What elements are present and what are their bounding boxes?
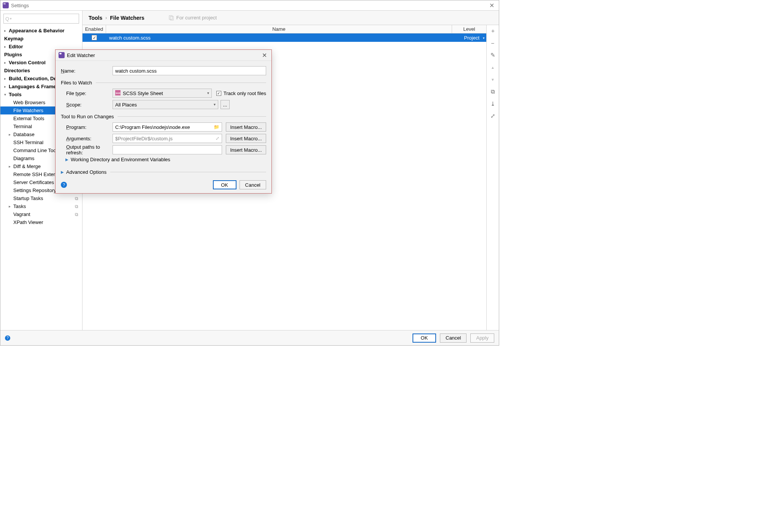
filetype-label: File type: <box>61 91 113 96</box>
edit-button[interactable]: ✎ <box>489 51 497 59</box>
sidebar-item-label: XPath Viewer <box>13 219 43 225</box>
ok-button[interactable]: OK <box>413 333 436 343</box>
svg-text:PS: PS <box>4 3 6 5</box>
sidebar-item-label: Diff & Merge <box>13 164 41 169</box>
breadcrumb: Tools › File Watchers For current projec… <box>83 11 499 25</box>
window-close-icon[interactable]: ✕ <box>487 2 497 9</box>
insert-macro-program-button[interactable]: Insert Macro... <box>226 122 266 132</box>
chevron-right-icon: ▶ <box>65 157 68 162</box>
dialog-titlebar: Edit Watcher ✕ <box>56 50 271 61</box>
insert-macro-output-button[interactable]: Insert Macro... <box>226 145 266 154</box>
search-icon: Q <box>5 16 9 22</box>
search-dropdown-icon: ▾ <box>10 17 12 21</box>
sidebar-item-label: Web Browsers <box>13 100 45 105</box>
sidebar-item[interactable]: ▸Tasks⧉ <box>0 202 82 210</box>
edit-watcher-dialog: Edit Watcher ✕ Name: watch custom.scss F… <box>55 49 272 194</box>
sass-file-icon: SASS <box>115 90 121 97</box>
col-name[interactable]: Name <box>106 25 452 33</box>
expand-workdir-env[interactable]: ▶ Working Directory and Environment Vari… <box>65 157 266 162</box>
sidebar-item[interactable]: ▸Appearance & Behavior <box>0 27 82 35</box>
sidebar-item-label: Database <box>13 132 35 137</box>
program-input[interactable]: C:\Program Files\nodejs\node.exe 📁 <box>113 122 222 132</box>
sidebar-item-label: Tasks <box>13 203 26 209</box>
chevron-right-icon: ▸ <box>9 164 13 168</box>
sidebar-item[interactable]: XPath Viewer <box>0 218 82 226</box>
svg-rect-5 <box>59 52 65 58</box>
phpstorm-icon <box>59 52 65 58</box>
chevron-right-icon: ▸ <box>4 76 9 81</box>
svg-text:SASS: SASS <box>116 92 121 94</box>
chevron-right-icon: ▸ <box>4 84 9 89</box>
apply-button: Apply <box>470 333 494 343</box>
project-scope-icon: ⧉ <box>75 204 78 209</box>
sidebar-item-label: Terminal <box>13 124 32 129</box>
up-button[interactable]: ▲ <box>489 63 497 71</box>
output-paths-label: Output paths to refresh: <box>61 144 113 156</box>
add-button[interactable]: ＋ <box>489 27 497 35</box>
sidebar-item[interactable]: Vagrant⧉ <box>0 210 82 218</box>
col-enabled[interactable]: Enabled <box>83 25 106 33</box>
folder-open-icon[interactable]: 📁 <box>214 124 219 130</box>
sidebar-item-label: Server Certificates <box>13 179 54 185</box>
scope-hint: For current project <box>169 15 217 21</box>
export-button[interactable]: ⤢ <box>489 112 497 120</box>
insert-macro-arguments-button[interactable]: Insert Macro... <box>226 134 266 143</box>
col-level[interactable]: Level <box>452 25 486 33</box>
remove-button[interactable]: − <box>489 39 497 47</box>
breadcrumb-root[interactable]: Tools <box>89 15 102 21</box>
row-level-dropdown[interactable]: Project <box>452 35 486 41</box>
table-toolbar: ＋ − ✎ ▲ ▼ ⧉ ⤓ ⤢ <box>486 25 499 330</box>
window-title: Settings <box>11 3 487 8</box>
sidebar-item-label: Vagrant <box>13 211 30 217</box>
svg-rect-6 <box>59 53 62 54</box>
scope-hint-label: For current project <box>176 15 217 21</box>
output-paths-input[interactable] <box>113 145 222 154</box>
down-button[interactable]: ▼ <box>489 75 497 84</box>
dialog-cancel-button[interactable]: Cancel <box>240 180 266 189</box>
scope-browse-button[interactable]: ... <box>221 100 230 109</box>
section-tool-to-run: Tool to Run on Changes <box>61 114 266 119</box>
search-input[interactable]: Q ▾ <box>3 14 79 24</box>
breadcrumb-leaf: File Watchers <box>110 15 144 21</box>
sidebar-item-label: File Watchers <box>13 108 43 113</box>
sidebar-item-label: Startup Tasks <box>13 195 43 201</box>
sidebar-item[interactable]: Keymap <box>0 35 82 43</box>
chevron-right-icon: ▶ <box>61 170 64 174</box>
section-files-to-watch: Files to Watch <box>61 80 266 86</box>
sidebar-item-label: Appearance & Behavior <box>9 28 65 33</box>
enabled-checkbox[interactable]: ✓ <box>92 35 97 40</box>
copy-button[interactable]: ⧉ <box>489 87 497 96</box>
expand-icon[interactable]: ⤢ <box>216 136 219 141</box>
sidebar-item-label: Plugins <box>4 52 22 57</box>
arguments-label: Arguments: <box>61 136 113 141</box>
scope-combo[interactable]: All Places ▾ <box>113 100 218 109</box>
sidebar-item-label: Tools <box>9 92 22 97</box>
arguments-input[interactable]: $ProjectFileDir$/custom.js ⤢ <box>113 134 222 143</box>
cancel-button[interactable]: Cancel <box>440 333 467 343</box>
project-scope-icon: ⧉ <box>75 212 78 217</box>
chevron-right-icon: ▸ <box>4 60 9 65</box>
dialog-close-icon[interactable]: ✕ <box>260 52 268 59</box>
chevron-right-icon: ▸ <box>9 132 13 137</box>
dialog-ok-button[interactable]: OK <box>213 180 236 189</box>
track-root-checkbox[interactable]: ✓Track only root files <box>216 91 266 96</box>
section-advanced[interactable]: ▶ Advanced Options <box>61 169 266 175</box>
import-button[interactable]: ⤓ <box>489 100 497 108</box>
sidebar-item-label: External Tools <box>13 116 44 121</box>
breadcrumb-sep-icon: › <box>105 15 107 21</box>
scope-label: Scope: <box>61 102 113 108</box>
project-scope-icon: ⧉ <box>75 196 78 201</box>
phpstorm-icon: PS <box>3 2 9 8</box>
sidebar-item[interactable]: Startup Tasks⧉ <box>0 194 82 202</box>
help-icon[interactable]: ? <box>61 182 67 188</box>
sidebar-item-label: Directories <box>4 68 30 73</box>
filetype-combo[interactable]: SASS SCSS Style Sheet ▾ <box>113 89 212 98</box>
name-input[interactable]: watch custom.scss <box>113 66 266 75</box>
help-icon[interactable]: ? <box>5 335 10 341</box>
table-row[interactable]: ✓watch custom.scssProject <box>83 33 486 42</box>
row-name: watch custom.scss <box>106 35 452 41</box>
sidebar-item-label: Editor <box>9 44 23 49</box>
sidebar-item-label: SSH Terminal <box>13 140 43 145</box>
chevron-down-icon: ▾ <box>214 102 216 106</box>
program-label: Program: <box>61 124 113 130</box>
